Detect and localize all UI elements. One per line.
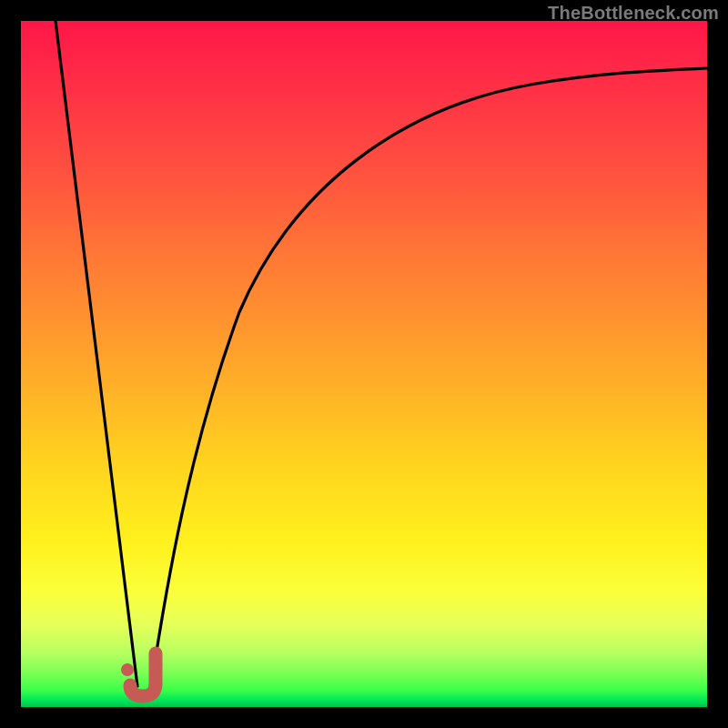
chart-curves	[21, 21, 707, 707]
j-marker	[121, 653, 156, 696]
curve-right	[151, 68, 707, 686]
plot-gradient-area	[21, 21, 707, 707]
curve-left	[56, 21, 137, 686]
chart-frame: TheBottleneck.com	[0, 0, 728, 728]
svg-point-0	[121, 663, 134, 676]
